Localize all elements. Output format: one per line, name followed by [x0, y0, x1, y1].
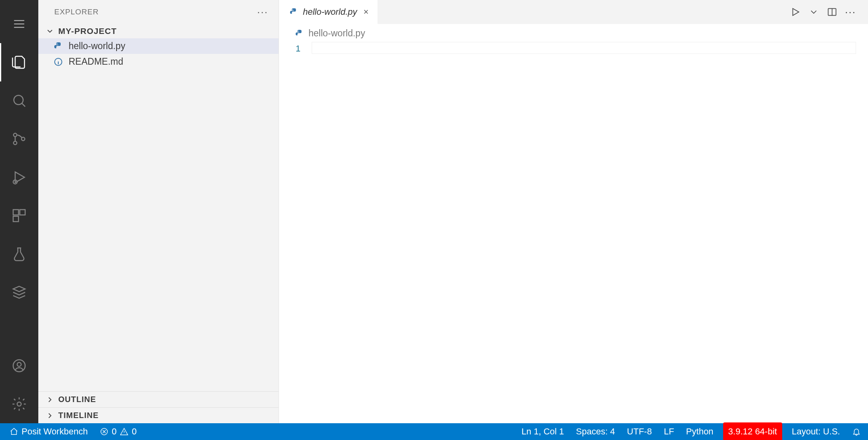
- explorer-more-icon[interactable]: ···: [257, 6, 268, 18]
- chevron-down-icon: [45, 27, 54, 36]
- extensions-icon[interactable]: [0, 196, 38, 235]
- timeline-section[interactable]: TIMELINE: [38, 407, 279, 423]
- svg-rect-6: [20, 210, 25, 215]
- breadcrumb[interactable]: hello-world.py: [279, 24, 868, 41]
- line-number-gutter: 1: [283, 41, 312, 423]
- section-label: TIMELINE: [58, 411, 99, 420]
- status-bar: Posit Workbench 0 0 Ln 1, Col 1 Spaces: …: [0, 423, 868, 440]
- settings-gear-icon[interactable]: [0, 385, 38, 423]
- file-name: hello-world.py: [69, 41, 125, 52]
- status-cursor-position[interactable]: Ln 1, Col 1: [520, 423, 565, 440]
- editor-area: hello-world.py × ··· hello-world.py 1: [279, 0, 868, 423]
- run-debug-icon[interactable]: [0, 158, 38, 196]
- python-icon: [295, 29, 304, 38]
- current-line-highlight: [312, 42, 856, 54]
- error-icon: [100, 427, 109, 436]
- editor-more-icon[interactable]: ···: [842, 6, 858, 18]
- info-icon: [53, 57, 63, 67]
- python-icon: [289, 8, 298, 16]
- svg-point-9: [17, 363, 21, 367]
- source-control-icon[interactable]: [0, 120, 38, 158]
- outline-section[interactable]: OUTLINE: [38, 391, 279, 407]
- accounts-icon[interactable]: [0, 347, 38, 385]
- run-dropdown-icon[interactable]: [806, 4, 822, 20]
- home-icon: [10, 427, 18, 436]
- run-button[interactable]: [787, 4, 803, 20]
- svg-point-2: [14, 141, 17, 145]
- activity-bar: [0, 0, 38, 423]
- split-editor-icon[interactable]: [824, 4, 840, 20]
- svg-rect-7: [13, 216, 18, 222]
- status-keyboard-layout[interactable]: Layout: U.S.: [790, 423, 842, 440]
- svg-point-0: [14, 95, 23, 105]
- explorer-icon[interactable]: [0, 43, 38, 81]
- tab-hello-world[interactable]: hello-world.py ×: [279, 0, 378, 24]
- search-icon[interactable]: [0, 81, 38, 120]
- status-problems[interactable]: 0 0: [98, 423, 138, 440]
- menu-icon[interactable]: [0, 5, 38, 43]
- file-item-hello-world[interactable]: hello-world.py: [38, 38, 279, 54]
- status-language-mode[interactable]: Python: [684, 423, 715, 440]
- status-encoding[interactable]: UTF-8: [625, 423, 653, 440]
- folder-name: MY-PROJECT: [58, 26, 117, 36]
- status-indentation[interactable]: Spaces: 4: [574, 423, 617, 440]
- tab-bar: hello-world.py × ···: [279, 0, 868, 24]
- explorer-title: EXPLORER: [54, 8, 99, 16]
- chevron-right-icon: [45, 395, 54, 404]
- status-notifications[interactable]: [850, 423, 862, 440]
- folder-root[interactable]: MY-PROJECT: [38, 24, 279, 38]
- section-label: OUTLINE: [58, 395, 96, 404]
- explorer-sidebar: EXPLORER ··· MY-PROJECT hello-world.py R…: [38, 0, 279, 423]
- line-number: 1: [283, 42, 301, 55]
- workbench-icon[interactable]: [0, 273, 38, 311]
- python-icon: [53, 42, 63, 51]
- tab-label: hello-world.py: [303, 7, 357, 17]
- status-eol[interactable]: LF: [662, 423, 676, 440]
- svg-point-10: [17, 402, 21, 406]
- breadcrumb-label: hello-world.py: [308, 28, 365, 39]
- code-editor[interactable]: 1: [279, 41, 868, 423]
- testing-icon[interactable]: [0, 235, 38, 273]
- svg-point-1: [14, 133, 17, 137]
- bell-icon: [852, 427, 861, 436]
- chevron-right-icon: [45, 411, 54, 420]
- file-name: README.md: [69, 56, 123, 67]
- warning-icon: [120, 427, 129, 436]
- status-workbench[interactable]: Posit Workbench: [8, 423, 89, 440]
- status-python-interpreter[interactable]: 3.9.12 64-bit: [724, 423, 781, 440]
- svg-point-3: [22, 137, 25, 141]
- svg-rect-5: [13, 210, 18, 215]
- close-icon[interactable]: ×: [364, 7, 369, 17]
- file-item-readme[interactable]: README.md: [38, 54, 279, 69]
